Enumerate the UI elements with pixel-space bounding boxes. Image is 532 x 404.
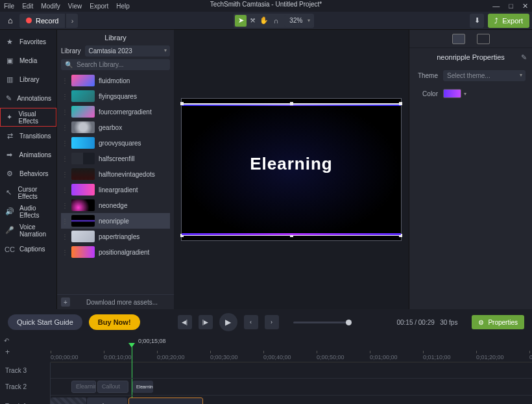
edit-icon[interactable]: ✎ — [521, 53, 527, 62]
sidebar-item-library[interactable]: ▥Library — [0, 70, 56, 89]
home-button[interactable]: ⌂ — [3, 13, 18, 29]
library-item-lineargradient[interactable]: ⋮lineargradient — [61, 182, 170, 197]
properties-tab-other[interactable] — [477, 34, 490, 44]
next-frame-button[interactable]: |▶ — [199, 315, 213, 329]
handle-tl[interactable] — [180, 102, 184, 105]
track-3-lane[interactable] — [51, 362, 532, 379]
clip-callout[interactable]: Callout — [97, 381, 128, 393]
sidebar-item-behaviors[interactable]: ⚙Behaviors — [0, 164, 56, 183]
zoom-dropdown[interactable]: 32% — [284, 15, 313, 27]
sidebar-item-transitions[interactable]: ⇄Transitions — [0, 127, 56, 145]
buy-now-button[interactable]: Buy Now! — [89, 314, 140, 330]
undo-icon[interactable]: ↶ — [4, 337, 9, 344]
theme-label: Theme — [416, 72, 438, 79]
sidebar-item-visual-effects[interactable]: ✦Visual Effects — [0, 108, 56, 127]
playback-controls: ◀| |▶ ▶ ‹ › — [147, 313, 383, 331]
menu-export[interactable]: Export — [90, 3, 108, 10]
track-3-label[interactable]: Track 3 — [0, 362, 51, 379]
library-item-fourcornergradient[interactable]: ⋮fourcornergradient — [61, 104, 170, 120]
ruler-tick: 0;00;30;00 — [210, 351, 238, 360]
download-button[interactable]: ⬇ — [470, 14, 484, 28]
library-item-label: positionalgradient — [99, 249, 149, 256]
menu-edit[interactable]: Edit — [22, 3, 33, 10]
library-item-positionalgradient[interactable]: ⋮positionalgradient — [61, 244, 170, 260]
handle-tc[interactable] — [290, 102, 293, 105]
clip-texture[interactable] — [51, 398, 86, 404]
prev-frame-button[interactable]: ◀| — [178, 315, 192, 329]
sidebar-item-cursor-effects[interactable]: ↖Cursor Effects — [0, 183, 56, 202]
properties-button[interactable]: ⚙ Properties — [472, 315, 524, 329]
library-item-gearbox[interactable]: ⋮gearbox — [61, 120, 170, 135]
clip-elearning2[interactable]: Elearning — [132, 381, 153, 393]
sidebar-item-label: Visual Effects — [19, 110, 51, 125]
menu-modify[interactable]: Modify — [41, 3, 60, 10]
track-2-lane[interactable]: Elearning Callout Elearning — [51, 379, 532, 396]
sidebar-item-captions[interactable]: CCCaptions — [0, 240, 56, 259]
color-swatch[interactable] — [443, 89, 461, 98]
menu-view[interactable]: View — [68, 3, 82, 10]
clip-group-neonripple[interactable]: + neonripple (2 media) — [128, 398, 203, 404]
library-item-neonedge[interactable]: ⋮neonedge — [61, 197, 170, 213]
export-button[interactable]: ⤴ Export — [488, 14, 529, 28]
record-button[interactable]: Record — [19, 14, 65, 28]
zoom-slider[interactable] — [293, 322, 352, 323]
library-item-fluidmotion[interactable]: ⋮fluidmotion — [61, 73, 170, 88]
sidebar-item-audio-effects[interactable]: 🔊Audio Effects — [0, 202, 56, 221]
drag-handle-icon: ⋮ — [62, 249, 67, 256]
pan-tool-icon[interactable]: ✋ — [258, 15, 270, 27]
ruler-tick: 0;00;20;00 — [157, 351, 185, 360]
library-item-halftonevintagedots[interactable]: ⋮halftonevintagedots — [61, 166, 170, 182]
library-item-label: gearbox — [99, 124, 122, 131]
library-item-flyingsquares[interactable]: ⋮flyingsquares — [61, 88, 170, 104]
pointer-tool-icon[interactable]: ➤ — [235, 15, 247, 27]
canvas-caption[interactable]: Elearning — [250, 154, 332, 174]
menu-file[interactable]: File — [4, 3, 14, 10]
library-item-halfscreenfill[interactable]: ⋮halfscreenfill — [61, 151, 170, 166]
main-row: ★Favorites▣Media▥Library✎Annotations✦Vis… — [0, 30, 532, 309]
play-button[interactable]: ▶ — [219, 313, 237, 331]
canvas-tools: ➤ ⤧ ✋ ∩ 32% — [234, 14, 314, 28]
quickstart-button[interactable]: Quick Start Guide — [8, 314, 82, 330]
library-item-papertriangles[interactable]: ⋮papertriangles — [61, 229, 170, 244]
track-2-label[interactable]: Track 2 — [0, 379, 51, 396]
menu-help[interactable]: Help — [116, 3, 130, 10]
download-more-link[interactable]: Download more assets... — [74, 299, 170, 306]
track-1-lane[interactable]: gearbox + neonripple (2 media) — [51, 396, 532, 404]
magnet-tool-icon[interactable]: ∩ — [270, 15, 282, 27]
track-1-label[interactable]: Track 1 — [0, 396, 51, 404]
prev-marker-button[interactable]: ‹ — [244, 315, 258, 329]
sidebar-item-voice-narration[interactable]: 🎤Voice Narration — [0, 221, 56, 240]
timeline-ruler[interactable]: 0;00;15;08 0;00;00;000;00;10;000;00;20;0… — [51, 347, 532, 362]
sidebar-item-annotations[interactable]: ✎Annotations — [0, 89, 56, 108]
search-input[interactable]: 🔍 Search Library... — [61, 59, 170, 70]
minimize-icon[interactable]: — — [492, 2, 500, 10]
add-asset-button[interactable]: + — [61, 297, 70, 307]
library-item-label: groovysquares — [99, 140, 141, 147]
sidebar-item-media[interactable]: ▣Media — [0, 51, 56, 70]
library-dropdown[interactable]: Camtasia 2023 — [85, 45, 170, 57]
sidebar-item-animations[interactable]: ➡Animations — [0, 145, 56, 164]
handle-tr[interactable] — [399, 102, 402, 105]
window-title: TechSmith Camtasia - Untitled Project* — [210, 1, 322, 8]
sidebar-item-favorites[interactable]: ★Favorites — [0, 32, 56, 51]
record-dropdown[interactable]: › — [66, 14, 78, 28]
canvas[interactable]: Elearning — [181, 98, 402, 241]
clip-gearbox[interactable]: gearbox — [87, 398, 127, 404]
theme-dropdown[interactable]: Select theme... — [443, 70, 526, 81]
clip-elearning-ghost[interactable]: Elearning — [71, 381, 96, 393]
add-track-button[interactable]: + — [0, 347, 51, 357]
properties-tabs — [409, 30, 532, 48]
properties-panel: neonripple Properties ✎ Theme Select the… — [409, 30, 532, 309]
drag-handle-icon: ⋮ — [62, 124, 67, 131]
properties-tab-visual[interactable] — [452, 34, 465, 44]
maximize-icon[interactable]: □ — [509, 2, 513, 10]
next-marker-button[interactable]: › — [265, 315, 279, 329]
zoom-slider-handle[interactable] — [346, 320, 352, 325]
close-icon[interactable]: ✕ — [522, 2, 528, 10]
drag-handle-icon: ⋮ — [62, 202, 67, 209]
library-list: ⋮fluidmotion⋮flyingsquares⋮fourcornergra… — [57, 73, 174, 294]
color-swatch-chev[interactable]: ▾ — [464, 91, 466, 97]
crop-tool-icon[interactable]: ⤧ — [247, 15, 258, 27]
library-item-neonripple[interactable]: ⋮neonripple — [61, 213, 170, 229]
library-item-groovysquares[interactable]: ⋮groovysquares — [61, 135, 170, 151]
